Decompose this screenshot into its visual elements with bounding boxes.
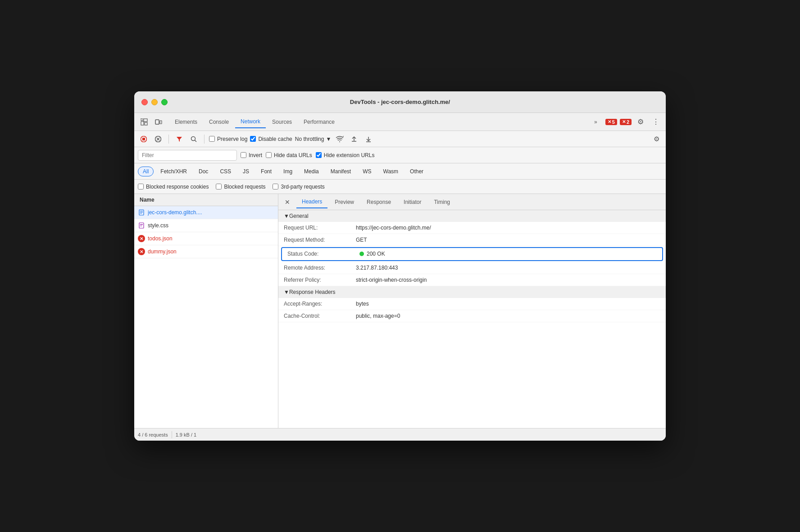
- status-dot: [359, 252, 364, 256]
- close-button[interactable]: [141, 99, 148, 105]
- svg-rect-1: [144, 119, 147, 122]
- settings-button[interactable]: ⚙: [634, 116, 647, 128]
- list-item[interactable]: ✕ todos.json: [134, 232, 278, 245]
- response-headers-section-header[interactable]: ▼Response Headers: [278, 286, 666, 298]
- error-count-2: ✕ 2: [620, 119, 632, 125]
- toolbar-divider-1: [168, 135, 169, 144]
- svg-line-13: [195, 140, 197, 142]
- more-tabs-button[interactable]: »: [589, 116, 603, 128]
- filter-button[interactable]: [173, 133, 185, 145]
- tab-headers[interactable]: Headers: [296, 196, 327, 208]
- resource-tabs: All Fetch/XHR Doc CSS JS Font Img Media …: [134, 163, 666, 180]
- search-icon: [191, 136, 197, 142]
- resource-tab-ws[interactable]: WS: [358, 167, 376, 176]
- hide-data-urls-checkbox[interactable]: [266, 152, 272, 158]
- error-badge-2: ✕ 2: [620, 119, 632, 125]
- list-item[interactable]: ✕ dummy.json: [134, 245, 278, 258]
- svg-marker-11: [177, 137, 182, 142]
- footer-divider: [172, 431, 172, 438]
- svg-rect-0: [141, 119, 143, 121]
- third-party-requests-label[interactable]: 3rd-party requests: [273, 184, 324, 190]
- resource-tab-other[interactable]: Other: [405, 167, 428, 176]
- detail-row: Accept-Ranges: bytes: [278, 298, 666, 310]
- svg-rect-4: [155, 120, 159, 124]
- blocked-response-cookies-checkbox[interactable]: [138, 184, 144, 189]
- tab-preview[interactable]: Preview: [329, 196, 359, 208]
- tab-network[interactable]: Network: [235, 116, 266, 128]
- tab-console[interactable]: Console: [204, 116, 234, 128]
- svg-line-15: [343, 136, 344, 137]
- resource-tab-fetchxhr[interactable]: Fetch/XHR: [155, 167, 192, 176]
- upload-icon: [351, 136, 357, 142]
- inspect-icon: [141, 118, 148, 126]
- clear-icon: [155, 136, 161, 142]
- requests-count: 4 / 6 requests: [138, 432, 168, 437]
- detail-row: Cache-Control: public, max-age=0: [278, 310, 666, 322]
- blocked-requests-label[interactable]: Blocked requests: [216, 184, 265, 190]
- minimize-button[interactable]: [151, 99, 158, 105]
- request-name: jec-cors-demo.glitch....: [148, 209, 202, 216]
- throttle-select[interactable]: No throttling ▼: [295, 136, 332, 142]
- resource-tab-wasm[interactable]: Wasm: [378, 167, 404, 176]
- svg-rect-5: [160, 121, 162, 124]
- preserve-log-checkbox[interactable]: [209, 136, 215, 142]
- tab-timing[interactable]: Timing: [428, 196, 455, 208]
- window-title: DevTools - jec-cors-demo.glitch.me/: [350, 99, 450, 105]
- request-list: jec-cors-demo.glitch.... style.css: [134, 206, 278, 428]
- settings-icon: ⚙: [654, 135, 659, 143]
- close-detail-button[interactable]: ✕: [282, 197, 293, 207]
- resource-tab-css[interactable]: CSS: [215, 167, 236, 176]
- device-icon: [155, 118, 162, 126]
- resource-tab-img[interactable]: Img: [278, 167, 297, 176]
- tab-initiator[interactable]: Initiator: [398, 196, 427, 208]
- wifi-settings-button[interactable]: [334, 133, 345, 145]
- disable-cache-label[interactable]: Disable cache: [250, 136, 292, 142]
- blocked-requests-checkbox[interactable]: [216, 184, 222, 189]
- inspect-icon-button[interactable]: [138, 116, 150, 128]
- upload-button[interactable]: [348, 133, 360, 145]
- search-button[interactable]: [188, 133, 200, 145]
- detail-row: Request Method: GET: [278, 234, 666, 246]
- gear-icon: ⚙: [637, 117, 644, 126]
- disable-cache-checkbox[interactable]: [250, 136, 256, 142]
- resource-tab-manifest[interactable]: Manifest: [326, 167, 356, 176]
- detail-tabs: ✕ Headers Preview Response Initiator Tim…: [278, 194, 666, 210]
- more-menu-button[interactable]: ⋮: [650, 116, 662, 128]
- tab-response[interactable]: Response: [361, 196, 396, 208]
- svg-rect-3: [145, 122, 147, 125]
- resource-tab-media[interactable]: Media: [299, 167, 324, 176]
- network-settings-button[interactable]: ⚙: [650, 133, 662, 145]
- stop-recording-button[interactable]: [138, 133, 150, 145]
- resource-tab-doc[interactable]: Doc: [194, 167, 213, 176]
- preserve-log-label[interactable]: Preserve log: [209, 136, 247, 142]
- list-item[interactable]: jec-cors-demo.glitch....: [134, 206, 278, 219]
- toolbar: Preserve log Disable cache No throttling…: [134, 131, 666, 147]
- device-toggle-button[interactable]: [152, 116, 165, 128]
- svg-rect-24: [139, 223, 144, 228]
- footer: 4 / 6 requests 1.9 kB / 1: [134, 428, 666, 441]
- tab-performance[interactable]: Performance: [298, 116, 340, 128]
- resource-tab-js[interactable]: JS: [238, 167, 254, 176]
- svg-point-14: [339, 141, 340, 142]
- blocked-response-cookies-label[interactable]: Blocked response cookies: [138, 184, 209, 190]
- list-item[interactable]: style.css: [134, 219, 278, 232]
- invert-label[interactable]: Invert: [241, 152, 262, 158]
- third-party-requests-checkbox[interactable]: [273, 184, 278, 189]
- filter-input[interactable]: [138, 150, 237, 161]
- hide-ext-urls-label[interactable]: Hide extension URLs: [316, 152, 375, 158]
- invert-checkbox[interactable]: [241, 152, 246, 158]
- general-section-header[interactable]: ▼General: [278, 210, 666, 222]
- hide-data-urls-label[interactable]: Hide data URLs: [266, 152, 312, 158]
- detail-row: Request URL: https://jec-cors-demo.glitc…: [278, 222, 666, 234]
- tab-sources[interactable]: Sources: [267, 116, 297, 128]
- hide-ext-urls-checkbox[interactable]: [316, 152, 322, 158]
- resource-tab-font[interactable]: Font: [256, 167, 277, 176]
- nav-icons: [138, 116, 165, 128]
- svg-rect-7: [142, 138, 145, 140]
- maximize-button[interactable]: [161, 99, 168, 105]
- clear-button[interactable]: [152, 133, 164, 145]
- tab-elements[interactable]: Elements: [169, 116, 203, 128]
- download-button[interactable]: [363, 133, 374, 145]
- resource-tab-all[interactable]: All: [138, 167, 154, 176]
- filter-bar: Invert Hide data URLs Hide extension URL…: [134, 147, 666, 163]
